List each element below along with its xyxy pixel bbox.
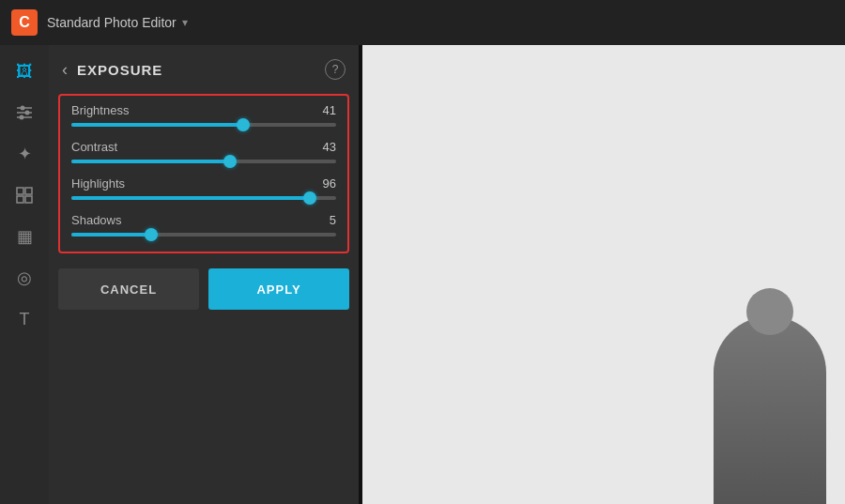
sliders-section: Brightness 41 Contrast 43: [58, 94, 349, 253]
brightness-slider-row: Brightness 41: [71, 103, 336, 127]
svg-rect-8: [17, 196, 23, 203]
shadows-slider-row: Shadows 5: [71, 213, 336, 237]
contrast-label: Contrast: [71, 140, 117, 154]
highlights-value: 96: [323, 176, 336, 191]
app-logo: C: [11, 9, 38, 36]
svg-rect-9: [25, 196, 32, 203]
back-button[interactable]: ‹: [62, 60, 68, 80]
svg-point-1: [21, 106, 25, 111]
main-content: 🖼 ✦ ▦ ◎ T ‹ EXPOSU: [0, 45, 845, 504]
sidebar-item-wand[interactable]: ✦: [6, 135, 43, 173]
icon-sidebar: 🖼 ✦ ▦ ◎ T: [0, 45, 49, 504]
shadows-value: 5: [330, 213, 336, 227]
help-button[interactable]: ?: [325, 59, 346, 80]
brightness-label: Brightness: [71, 103, 129, 117]
cancel-button[interactable]: CANCEL: [58, 268, 199, 310]
svg-point-3: [25, 111, 30, 115]
brightness-value: 41: [323, 103, 336, 117]
preview-area: [362, 45, 845, 504]
highlights-slider-row: Highlights 96: [71, 176, 336, 200]
preview-photo: [362, 45, 845, 504]
brightness-fill: [71, 123, 243, 127]
panel-header: ‹ EXPOSURE ?: [49, 45, 359, 94]
photo-subject: [714, 316, 826, 504]
exposure-panel: ‹ EXPOSURE ? Brightness 41 Contrast: [49, 45, 359, 504]
svg-point-5: [20, 115, 24, 120]
contrast-thumb[interactable]: [223, 155, 237, 168]
svg-rect-6: [17, 188, 23, 194]
shadows-label: Shadows: [71, 213, 121, 227]
contrast-fill: [71, 160, 230, 163]
highlights-fill: [71, 196, 310, 200]
highlights-track[interactable]: [71, 196, 336, 200]
sidebar-item-sliders[interactable]: [6, 94, 43, 131]
brightness-thumb[interactable]: [237, 118, 250, 131]
sidebar-item-grid[interactable]: [6, 176, 43, 214]
contrast-value: 43: [323, 140, 336, 154]
app-title: Standard Photo Editor ▾: [47, 15, 188, 30]
panel-title: EXPOSURE: [77, 62, 315, 78]
shadows-track[interactable]: [71, 233, 336, 237]
shadows-thumb[interactable]: [145, 228, 158, 241]
contrast-slider-row: Contrast 43: [71, 140, 336, 163]
sidebar-item-circle[interactable]: ◎: [6, 259, 43, 297]
apply-button[interactable]: APPLY: [208, 268, 349, 310]
topbar: C Standard Photo Editor ▾: [0, 0, 845, 45]
sidebar-item-film[interactable]: ▦: [6, 218, 43, 255]
sidebar-item-image[interactable]: 🖼: [6, 53, 43, 90]
highlights-label: Highlights: [71, 176, 125, 191]
shadows-fill: [71, 233, 151, 237]
sidebar-item-text[interactable]: T: [6, 300, 43, 338]
title-chevron-icon[interactable]: ▾: [182, 16, 188, 29]
highlights-thumb[interactable]: [303, 191, 316, 205]
svg-rect-7: [25, 188, 32, 194]
brightness-track[interactable]: [71, 123, 336, 127]
action-buttons: CANCEL APPLY: [49, 253, 359, 319]
contrast-track[interactable]: [71, 160, 336, 163]
